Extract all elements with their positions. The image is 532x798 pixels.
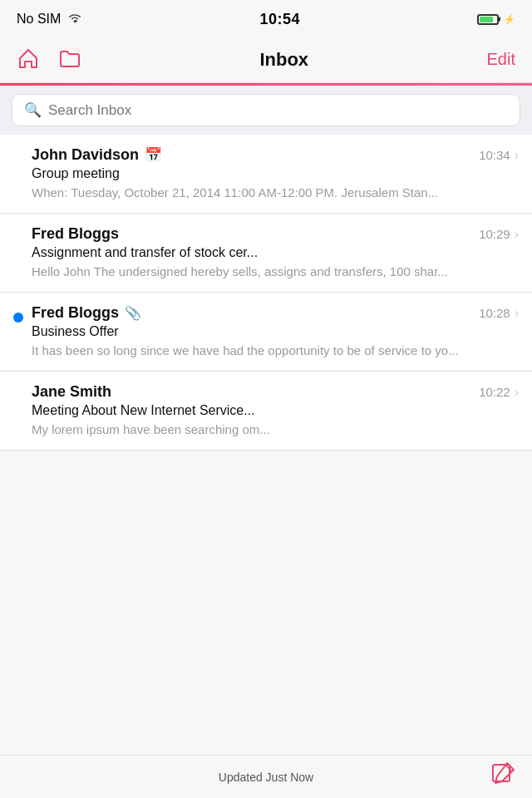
carrier-label: No SIM [17, 12, 61, 27]
battery-icon [477, 14, 499, 25]
update-status: Updated Just Now [219, 771, 313, 784]
email-content-4: Jane Smith 10:22 › Meeting About New Int… [32, 383, 519, 438]
bottom-bar: Updated Just Now [0, 755, 532, 798]
email-subject-3: Business Offer [32, 324, 519, 339]
email-preview-1: When: Tuesday, October 21, 2014 11:00 AM… [32, 184, 519, 201]
carrier-wifi: No SIM [17, 12, 82, 27]
charging-bolt: ⚡ [504, 14, 515, 25]
nav-left-icons [17, 47, 81, 73]
calendar-icon-1: 📅 [145, 146, 162, 164]
search-bar[interactable]: 🔍 [12, 94, 520, 126]
svg-point-0 [74, 21, 76, 23]
email-time-2: 10:29 [479, 227, 510, 241]
chevron-icon-2: › [515, 227, 519, 242]
chevron-icon-1: › [515, 148, 519, 163]
status-bar: No SIM 10:54 ⚡ [0, 0, 532, 37]
chevron-icon-4: › [515, 385, 519, 400]
email-preview-3: It has been so long since we have had th… [32, 342, 519, 359]
email-list: John Davidson 📅 10:34 › Group meeting Wh… [0, 135, 532, 451]
nav-title: Inbox [259, 49, 308, 71]
chevron-icon-3: › [515, 306, 519, 321]
attachment-icon-3: 📎 [125, 305, 141, 321]
search-input[interactable] [48, 102, 508, 119]
email-header-1: John Davidson 📅 10:34 › [32, 146, 519, 164]
email-preview-4: My lorem ipsum have been searching om... [32, 421, 519, 438]
email-preview-2: Hello John The undersigned hereby sells,… [32, 263, 519, 280]
status-time: 10:54 [259, 11, 300, 28]
email-content-2: Fred Bloggs 10:29 › Assignment and trans… [32, 225, 519, 280]
email-item-3[interactable]: Fred Bloggs 📎 10:28 › Business Offer It … [0, 293, 532, 372]
read-indicator-4 [13, 383, 23, 393]
email-sender-1: John Davidson 📅 [32, 146, 162, 164]
email-item-4[interactable]: Jane Smith 10:22 › Meeting About New Int… [0, 372, 532, 451]
status-right: ⚡ [477, 14, 515, 25]
edit-button[interactable]: Edit [487, 50, 515, 69]
email-subject-1: Group meeting [32, 166, 519, 181]
email-header-4: Jane Smith 10:22 › [32, 383, 519, 401]
email-time-1: 10:34 [479, 148, 510, 162]
email-header-2: Fred Bloggs 10:29 › [32, 225, 519, 243]
email-content-1: John Davidson 📅 10:34 › Group meeting Wh… [32, 146, 519, 201]
home-icon[interactable] [17, 47, 40, 73]
email-content-3: Fred Bloggs 📎 10:28 › Business Offer It … [32, 304, 519, 359]
email-sender-3: Fred Bloggs 📎 [32, 304, 141, 322]
read-indicator-1 [13, 146, 23, 156]
compose-icon [490, 775, 515, 789]
search-container: 🔍 [0, 86, 532, 135]
email-sender-4: Jane Smith [32, 383, 111, 401]
email-sender-2: Fred Bloggs [32, 225, 119, 243]
email-item-1[interactable]: John Davidson 📅 10:34 › Group meeting Wh… [0, 135, 532, 214]
wifi-icon [67, 12, 82, 27]
nav-bar: Inbox Edit [0, 37, 532, 83]
read-indicator-2 [13, 225, 23, 235]
compose-button[interactable] [490, 761, 515, 790]
email-item-2[interactable]: Fred Bloggs 10:29 › Assignment and trans… [0, 214, 532, 293]
email-subject-4: Meeting About New Internet Service... [32, 403, 519, 418]
email-subject-2: Assignment and transfer of stock cer... [32, 245, 519, 260]
email-time-3: 10:28 [479, 306, 510, 320]
email-header-3: Fred Bloggs 📎 10:28 › [32, 304, 519, 322]
email-time-4: 10:22 [479, 385, 510, 399]
folder-icon[interactable] [58, 47, 81, 73]
unread-indicator-3 [13, 313, 23, 323]
search-icon: 🔍 [24, 101, 42, 119]
